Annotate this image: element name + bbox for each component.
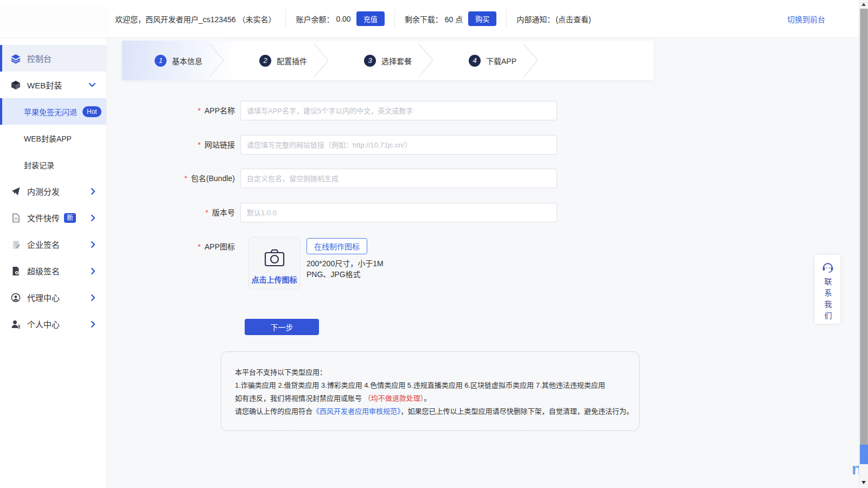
contact-us-widget[interactable]: 联系我们 bbox=[815, 255, 840, 324]
scrollbar-track[interactable] bbox=[859, 0, 868, 488]
sidebar-item-label: 代理中心 bbox=[27, 292, 60, 303]
step-separator bbox=[207, 41, 227, 80]
review-spec-link[interactable]: 《西风开发者应用审核规范》 bbox=[312, 407, 401, 415]
notice-line-2: 1.诈骗类应用 2.借贷类应用 3.博彩类应用 4.色情类应用 5.违规直播类应… bbox=[235, 379, 639, 392]
person-icon bbox=[11, 319, 21, 329]
step-label: 下载APP bbox=[486, 55, 516, 66]
clipboard-icon bbox=[11, 240, 21, 249]
step-number: 3 bbox=[364, 55, 376, 67]
divider bbox=[285, 10, 286, 28]
field-label: *APP名称 bbox=[107, 101, 235, 120]
version-input[interactable] bbox=[240, 203, 557, 222]
step-label: 配置插件 bbox=[277, 55, 307, 66]
sidebar-subitem-apple-nosign[interactable]: 苹果免签无闪退 Hot bbox=[0, 98, 106, 125]
scroll-up-arrow-icon[interactable] bbox=[861, 3, 866, 6]
upload-icon-label: 点击上传图标 bbox=[252, 274, 297, 285]
logo bbox=[0, 4, 108, 34]
downloads-value: 60 点 bbox=[445, 14, 463, 24]
required-asterisk: * bbox=[198, 242, 201, 251]
chevron-right-icon bbox=[91, 215, 95, 221]
step-label: 基本信息 bbox=[172, 55, 202, 66]
chevron-right-icon bbox=[91, 188, 95, 195]
sidebar-item-super-sign[interactable]: 超级签名 bbox=[0, 258, 106, 284]
field-label: *网站链接 bbox=[107, 135, 235, 155]
buy-button[interactable]: 购买 bbox=[468, 11, 496, 26]
sidebar-subitem-package-records[interactable]: 封装记录 bbox=[0, 151, 106, 178]
step-number: 1 bbox=[155, 55, 167, 67]
step-separator bbox=[521, 41, 541, 80]
camera-icon bbox=[263, 246, 286, 269]
sidebar: 控制台 WEB封装 苹果免签无闪退 Hot WEB封装APP 封装记录 内测分发 bbox=[0, 38, 107, 488]
divider bbox=[506, 10, 507, 28]
step-download-app[interactable]: 4 下载APP bbox=[436, 41, 521, 80]
required-asterisk: * bbox=[198, 140, 201, 149]
required-asterisk: * bbox=[184, 174, 187, 183]
sidebar-subitem-label: 封装记录 bbox=[24, 159, 54, 170]
scrollbar-marker bbox=[860, 445, 868, 464]
step-choose-package[interactable]: 3 选择套餐 bbox=[331, 41, 417, 80]
layers-icon bbox=[11, 54, 21, 63]
required-asterisk: * bbox=[206, 208, 208, 217]
hot-badge: Hot bbox=[82, 106, 101, 117]
app-name-input[interactable] bbox=[240, 101, 557, 120]
sidebar-subitem-web-package-app[interactable]: WEB封装APP bbox=[0, 125, 106, 151]
sidebar-item-console[interactable]: 控制台 bbox=[0, 45, 106, 72]
step-wizard: 1 基本信息 2 配置插件 3 选择套餐 4 下载APP bbox=[122, 41, 654, 80]
step-basic-info[interactable]: 1 基本信息 bbox=[122, 41, 207, 80]
icon-size-hint: 200*200尺寸，小于1M bbox=[307, 258, 384, 269]
notice-line-4: 请您确认上传的应用符合《西风开发者应用审核规范》，如果您已上传以上类型应用请尽快… bbox=[235, 405, 639, 418]
bundle-name-input[interactable] bbox=[240, 169, 557, 188]
next-step-button[interactable]: 下一步 bbox=[245, 319, 319, 335]
field-label: *版本号 bbox=[107, 203, 235, 222]
sidebar-item-label: WEB封装 bbox=[27, 79, 62, 91]
sidebar-item-label: 企业签名 bbox=[27, 239, 60, 250]
chevron-right-icon bbox=[91, 294, 95, 301]
form-row-bundle-name: *包名(Bundle) bbox=[107, 169, 557, 188]
icon-upload-box[interactable]: 点击上传图标 bbox=[248, 237, 301, 290]
sidebar-item-file-transfer[interactable]: 文件快传 新 bbox=[0, 204, 106, 231]
sidebar-item-label: 控制台 bbox=[27, 53, 52, 64]
step-configure-plugins[interactable]: 2 配置插件 bbox=[227, 41, 312, 80]
sidebar-item-label: 内测分发 bbox=[27, 185, 60, 197]
sidebar-item-agent-center[interactable]: 代理中心 bbox=[0, 284, 106, 311]
balance-label: 账户余额： bbox=[296, 14, 334, 24]
form-row-app-icon: *APP图标 bbox=[107, 237, 235, 256]
step-label: 选择套餐 bbox=[381, 55, 412, 66]
policy-notice-box: 本平台不支持以下类型应用： 1.诈骗类应用 2.借贷类应用 3.博彩类应用 4.… bbox=[221, 351, 640, 431]
chevron-right-icon bbox=[91, 241, 95, 248]
sidebar-subitem-label: 苹果免签无闪退 bbox=[24, 106, 77, 117]
make-icon-online-button[interactable]: 在线制作图标 bbox=[307, 238, 367, 254]
contact-us-label: 联系我们 bbox=[822, 278, 833, 323]
box-icon bbox=[11, 80, 21, 90]
balance-value: 0.00 bbox=[336, 15, 350, 23]
sidebar-item-label: 个人中心 bbox=[27, 318, 60, 330]
sidebar-item-enterprise-sign[interactable]: 企业签名 bbox=[0, 231, 106, 258]
new-badge: 新 bbox=[64, 213, 76, 223]
sidebar-item-web-package[interactable]: WEB封装 bbox=[0, 72, 106, 98]
recharge-button[interactable]: 充值 bbox=[356, 11, 385, 26]
sidebar-item-beta-distribution[interactable]: 内测分发 bbox=[0, 178, 106, 204]
switch-to-front-link[interactable]: 切换到前台 bbox=[787, 14, 825, 24]
sidebar-item-label: 超级签名 bbox=[27, 265, 60, 277]
scroll-down-arrow-icon[interactable] bbox=[861, 481, 866, 484]
top-bar: 欢迎您，西风开发者用户_cs123456 （未实名） 账户余额： 0.00 充值… bbox=[0, 0, 859, 38]
file-icon bbox=[11, 213, 21, 223]
scrollbar-thumb[interactable] bbox=[860, 9, 868, 445]
step-number: 4 bbox=[469, 55, 481, 67]
notice-line-3: 如有违反，我们将视情况封禁应用或账号 （均不做退款处理）。 bbox=[235, 392, 639, 405]
step-number: 2 bbox=[259, 55, 271, 67]
form-row-site-url: *网站链接 bbox=[107, 135, 557, 155]
form-row-app-name: *APP名称 bbox=[107, 101, 557, 120]
icon-format-hint: PNG、JPG格式 bbox=[307, 269, 361, 280]
internal-notice-link[interactable]: (点击查看) bbox=[556, 14, 591, 24]
main-content: 1 基本信息 2 配置插件 3 选择套餐 4 下载APP *APP名称 bbox=[107, 38, 859, 488]
sidebar-item-personal-center[interactable]: 个人中心 bbox=[0, 311, 106, 337]
welcome-text: 欢迎您，西风开发者用户_cs123456 （未实名） bbox=[115, 14, 276, 24]
site-url-input[interactable] bbox=[240, 135, 557, 155]
internal-notice-label: 内部通知： bbox=[516, 14, 554, 24]
field-label: *包名(Bundle) bbox=[107, 169, 235, 188]
required-asterisk: * bbox=[198, 106, 201, 115]
notice-line-1: 本平台不支持以下类型应用： bbox=[235, 366, 639, 379]
headset-icon bbox=[821, 261, 834, 273]
chevron-down-icon bbox=[89, 83, 95, 87]
